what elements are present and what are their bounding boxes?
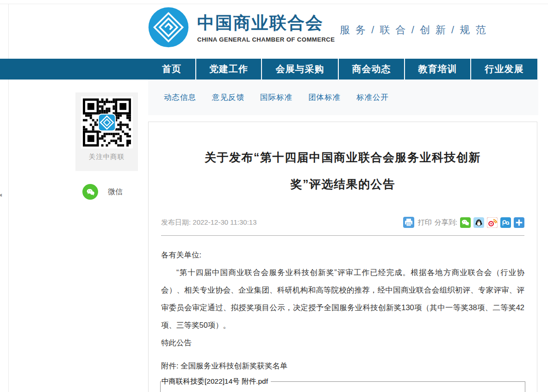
closing-line: 特此公告 [161,334,524,351]
salutation: 各有关单位: [161,246,524,263]
main-navbar: 首页 党建工作 会展与采购 商会动态 教育培训 行业发展 [0,59,538,80]
subnav-item-dynamic-info[interactable]: 动态信息 [164,92,196,103]
sina-weibo-share-icon[interactable] [487,217,498,228]
qr-code [81,97,133,148]
qr-caption: 关注中商联 [75,153,138,161]
qq-share-icon[interactable] [473,217,484,228]
article-title-line2: 奖”评选结果的公告 [149,171,537,197]
attachment-heading: 附件: 全国服务业科技创新奖获奖名单 [161,357,524,374]
site-tagline: 服 务 / 联 合 / 创 新 / 规 范 [340,23,487,37]
nav-item-home[interactable]: 首页 [148,59,196,80]
navbar-spacer [0,59,148,80]
publish-date-label: 发布日期: [161,218,191,226]
nav-item-chamber-news[interactable]: 商会动态 [339,59,405,80]
subnav-item-standards-disclosure[interactable]: 标准公开 [356,92,389,103]
wechat-icon[interactable] [82,184,98,200]
article-card: 关于发布“第十四届中国商业联合会服务业科技创新 奖”评选结果的公告 发布日期: … [148,122,537,392]
publish-date-value: 2022-12-30 11:30:13 [193,218,256,226]
print-label[interactable]: 打印 [418,218,432,227]
top-border-line [0,4,548,4]
meta-divider [161,235,524,236]
article-meta-row: 发布日期: 2022-12-30 11:30:13 打印 分享到: [149,217,537,228]
site-title-en: CHINA GENERAL CHAMBER OF COMMERCE [197,36,335,43]
share-toolbar: 打印 分享到: [403,217,524,228]
nav-item-industry-development[interactable]: 行业发展 [471,59,538,80]
subnav-item-group-standards[interactable]: 团体标准 [308,92,341,103]
print-icon[interactable] [403,217,414,228]
wechat-share-icon[interactable] [460,217,471,228]
site-title-cn: 中国商业联合会 [197,14,335,32]
wechat-follow[interactable]: 微信 [82,184,123,200]
announcement-paragraph: “第十四届中国商业联合会服务业科技创新奖”评审工作已经完成。根据各地方商业联合会… [161,263,524,334]
nav-item-exhibition-procurement[interactable]: 会展与采购 [262,59,339,80]
attachment-legend: 中商联科技委[2022]14号 附件.pdf [162,377,271,386]
nav-item-party-building[interactable]: 党建工作 [196,59,262,80]
wechat-label: 微信 [108,187,123,197]
article-body: 各有关单位: “第十四届中国商业联合会服务业科技创新奖”评审工作已经完成。根据各… [149,246,537,374]
subnav-item-feedback[interactable]: 意见反馈 [212,92,244,103]
share-label: 分享到: [435,218,457,227]
attachment-box: 中商联科技委[2022]14号 附件.pdf b2182b711f33a4a0c… [160,377,525,392]
cgcc-logo-icon [148,6,189,48]
site-brand[interactable]: 中国商业联合会 CHINA GENERAL CHAMBER OF COMMERC… [197,14,335,43]
nav-item-education-training[interactable]: 教育培训 [405,59,471,80]
qr-card: 关注中商联 [75,92,138,171]
article-title-line1: 关于发布“第十四届中国商业联合会服务业科技创新 [149,144,537,171]
publish-date: 发布日期: 2022-12-30 11:30:13 [161,218,257,227]
more-share-icon[interactable] [514,217,524,228]
collapse-panel-arrow[interactable]: ◂ [0,191,2,198]
sub-navbar: 动态信息 意见反馈 国际标准 团体标准 标准公开 [148,80,538,115]
article-title: 关于发布“第十四届中国商业联合会服务业科技创新 奖”评选结果的公告 [149,144,537,197]
poco-share-icon[interactable] [500,217,511,228]
subnav-item-international-standards[interactable]: 国际标准 [260,92,293,103]
